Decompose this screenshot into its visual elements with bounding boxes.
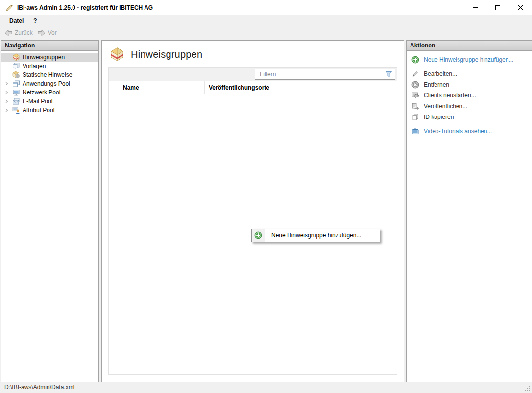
- actions-panel: Aktionen Neue Hinweisgruppe hinzufügen..…: [406, 40, 532, 383]
- filter-funnel-icon[interactable]: [385, 71, 392, 78]
- nav-item-label: Anwendungs Pool: [23, 80, 70, 87]
- page-header: Hinweisgruppen: [102, 41, 404, 62]
- nav-item-statische-hinweise[interactable]: Statische Hinweise: [1, 70, 98, 79]
- close-icon: [518, 5, 523, 10]
- add-plus-icon: [411, 56, 419, 64]
- notice-groups-table: Name Veröffentlichungsorte: [108, 67, 397, 375]
- notice-groups-box-icon: [12, 53, 20, 61]
- chevron-right-icon: [5, 99, 9, 103]
- filter-input-box: [255, 69, 395, 80]
- table-header-spacer: [109, 81, 119, 94]
- resize-grip[interactable]: [525, 386, 531, 392]
- menu-datei[interactable]: Datei: [4, 16, 28, 25]
- back-arrow-icon: [4, 29, 12, 36]
- action-add-notice-group[interactable]: Neue Hinweisgruppe hinzufügen...: [407, 54, 532, 65]
- forward-button[interactable]: Vor: [38, 29, 57, 36]
- action-label: Clients neustarten...: [424, 92, 476, 99]
- title-bar: IBI-aws Admin 1.25.0 - registriert für I…: [0, 0, 532, 15]
- applications-icon: [12, 80, 20, 88]
- attribute-user-icon: [12, 106, 20, 114]
- back-button[interactable]: Zurück: [4, 29, 33, 36]
- chevron-right-icon: [5, 91, 9, 94]
- forward-label: Vor: [48, 29, 57, 36]
- nav-item-label: Attribut Pool: [23, 107, 54, 114]
- main-content-panel: Hinweisgruppen Name Veröffentlichungsort…: [101, 40, 404, 383]
- nav-item-label: Hinweisgruppen: [23, 54, 65, 61]
- minimize-button[interactable]: [464, 0, 486, 15]
- column-header-name[interactable]: Name: [119, 81, 205, 94]
- filter-input[interactable]: [255, 69, 385, 79]
- page-title: Hinweisgruppen: [131, 49, 202, 60]
- nav-item-label: E-Mail Pool: [23, 98, 52, 105]
- separator: [411, 124, 528, 124]
- nav-item-anwendungs-pool[interactable]: Anwendungs Pool: [1, 79, 98, 88]
- actions-header: Aktionen: [407, 41, 532, 51]
- action-label: Neue Hinweisgruppe hinzufügen...: [424, 56, 513, 63]
- status-file-path: D:\IBI-aws\Admin\Data.xml: [4, 384, 74, 391]
- email-icon: [12, 97, 20, 105]
- hinweisgruppen-box-icon: [110, 47, 124, 62]
- action-video-tutorials[interactable]: Video-Tutorials ansehen...: [407, 126, 532, 137]
- video-tutorials-icon: [411, 127, 419, 135]
- app-logo-icon: [5, 4, 13, 12]
- action-label: Entfernen: [424, 81, 449, 88]
- nav-item-hinweisgruppen[interactable]: Hinweisgruppen: [1, 53, 98, 62]
- restart-clients-icon: [411, 92, 419, 99]
- window-title: IBI-aws Admin 1.25.0 - registriert für I…: [17, 4, 153, 11]
- edit-pencil-icon: [411, 70, 419, 78]
- navigation-header: Navigation: [1, 41, 98, 51]
- action-label: Video-Tutorials ansehen...: [424, 128, 492, 135]
- menu-help[interactable]: ?: [28, 16, 42, 25]
- app-window: IBI-aws Admin 1.25.0 - registriert für I…: [0, 0, 532, 393]
- status-bar: D:\IBI-aws\Admin\Data.xml: [0, 382, 532, 393]
- minimize-icon: [473, 7, 478, 8]
- nav-item-email-pool[interactable]: E-Mail Pool: [1, 97, 98, 106]
- column-header-veroeffentlichungsorte[interactable]: Veröffentlichungsorte: [205, 81, 397, 94]
- network-monitor-icon: [12, 89, 20, 96]
- action-publish[interactable]: Veröffentlichen...: [407, 101, 532, 112]
- action-label: ID kopieren: [424, 114, 454, 120]
- action-restart-clients[interactable]: Clients neustarten...: [407, 90, 532, 101]
- add-plus-icon: [254, 231, 262, 239]
- forward-arrow-icon: [38, 29, 46, 36]
- nav-item-netzwerk-pool[interactable]: Netzwerk Pool: [1, 88, 98, 97]
- action-edit[interactable]: Bearbeiten...: [407, 69, 532, 79]
- chevron-right-icon: [5, 108, 9, 112]
- back-label: Zurück: [15, 29, 33, 36]
- static-notices-icon: [12, 71, 20, 79]
- toolbar: Zurück Vor: [0, 26, 532, 39]
- maximize-icon: [495, 5, 500, 10]
- nav-item-label: Statische Hinweise: [23, 71, 72, 78]
- chevron-right-icon: [5, 82, 9, 86]
- action-copy-id[interactable]: ID kopieren: [407, 112, 532, 122]
- maximize-button[interactable]: [486, 0, 509, 15]
- remove-icon: [411, 81, 419, 89]
- close-button[interactable]: [509, 0, 532, 15]
- navigation-panel: Navigation Hinweisgruppen: [1, 40, 99, 383]
- action-list: Neue Hinweisgruppe hinzufügen... Bearbei…: [407, 51, 532, 137]
- menu-bar: Datei ?: [0, 15, 532, 26]
- publish-icon: [411, 102, 419, 110]
- templates-icon: [12, 62, 20, 70]
- nav-item-label: Netzwerk Pool: [23, 89, 60, 96]
- nav-item-vorlagen[interactable]: Vorlagen: [1, 62, 98, 70]
- context-menu: Neue Hinweisgruppe hinzufügen...: [251, 229, 380, 242]
- action-label: Bearbeiten...: [424, 70, 457, 77]
- table-header-row: Name Veröffentlichungsorte: [109, 81, 397, 94]
- copy-id-icon: [411, 113, 419, 121]
- separator: [411, 67, 528, 67]
- nav-item-attribut-pool[interactable]: Attribut Pool: [1, 106, 98, 115]
- navigation-tree: Hinweisgruppen Vorlagen: [1, 51, 98, 115]
- action-label: Veröffentlichen...: [424, 103, 467, 110]
- nav-item-label: Vorlagen: [23, 63, 46, 69]
- filter-bar: [109, 68, 397, 81]
- action-remove[interactable]: Entfernen: [407, 79, 532, 90]
- context-menu-add-item[interactable]: Neue Hinweisgruppe hinzufügen...: [271, 229, 361, 242]
